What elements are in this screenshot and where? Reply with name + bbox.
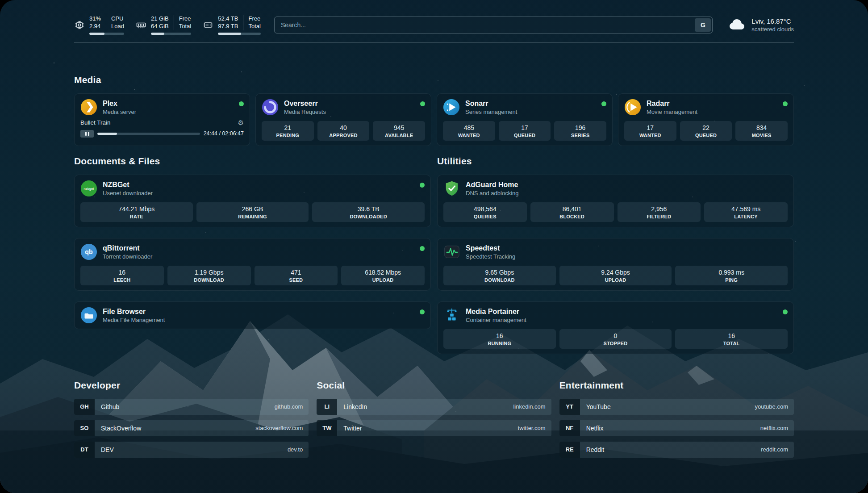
bookmark-name: Reddit (580, 446, 604, 453)
header-divider (74, 42, 794, 42)
now-playing-title: Bullet Train (80, 119, 111, 126)
bookmark-abbr: LI (317, 399, 337, 415)
pause-button[interactable] (80, 130, 94, 138)
bookmark-name: Github (95, 403, 119, 410)
app-card-adguard[interactable]: AdGuard Home DNS and adblocking 498,564 … (437, 175, 794, 227)
stat-latency: 47.569 ms LATENCY (704, 202, 788, 222)
status-dot (420, 183, 425, 188)
app-desc: Media File Management (103, 317, 165, 323)
bookmark-group-developer: Developer GH Github github.com SO StackO… (74, 380, 309, 458)
stat-downloaded: 39.6 TB DOWNLOADED (312, 202, 425, 222)
cpu-progress-bar (89, 33, 124, 35)
gear-icon[interactable]: ⚙ (238, 119, 244, 126)
app-card-qbittorrent[interactable]: qb qBittorrent Torrent downloader (74, 238, 431, 291)
bookmark-url: youtube.com (755, 403, 794, 410)
plex-icon (80, 99, 97, 116)
qbittorrent-icon: qb (80, 243, 97, 260)
stat-running: 16 RUNNING (443, 329, 556, 349)
app-card-sonarr[interactable]: Sonarr Series management 485 WANTED 17 Q… (437, 93, 613, 146)
disk-label-2: Total (243, 23, 260, 30)
section-title-social: Social (317, 380, 551, 391)
memory-label-1: Free (174, 15, 191, 23)
bookmark-abbr: NF (559, 420, 580, 436)
bookmark-group-entertainment: Entertainment YT YouTube youtube.com NF … (559, 380, 794, 458)
radarr-icon (624, 99, 641, 116)
app-name: Sonarr (465, 99, 517, 108)
search-input[interactable] (274, 17, 713, 33)
app-desc: Movie management (647, 109, 697, 115)
app-card-speedtest[interactable]: Speedtest Speedtest Tracking 9.65 Gbps D… (437, 238, 794, 291)
portainer-icon (443, 307, 460, 324)
app-card-portainer[interactable]: Media Portainer Container management 16 … (437, 301, 794, 354)
bookmark-twitter[interactable]: TW Twitter twitter.com (317, 420, 551, 436)
stat-wanted: 17 WANTED (624, 121, 676, 141)
disk-icon (203, 20, 213, 30)
bookmark-youtube[interactable]: YT YouTube youtube.com (559, 399, 794, 415)
memory-label-2: Total (174, 23, 191, 30)
stat-ping: 0.993 ms PING (675, 266, 788, 285)
app-desc: Series management (465, 109, 517, 115)
app-card-overseerr[interactable]: Overseerr Media Requests 21 PENDING 40 A… (255, 93, 431, 146)
bookmark-stackoverflow[interactable]: SO StackOverflow stackoverflow.com (74, 420, 309, 436)
section-title-utilities: Utilities (437, 156, 794, 167)
app-desc: Usenet downloader (103, 190, 153, 196)
bookmark-reddit[interactable]: RE Reddit reddit.com (559, 442, 794, 458)
overseerr-icon (262, 99, 279, 116)
memory-total-value: 64 GiB (151, 23, 174, 30)
cpu-icon (74, 20, 85, 30)
stat-download: 9.65 Gbps DOWNLOAD (443, 266, 556, 285)
bookmark-url: dev.to (288, 446, 309, 453)
disk-widget: 52.4 TB Free 97.9 TB Total (203, 15, 261, 35)
cpu-percent: 31% (89, 15, 106, 23)
status-dot (783, 101, 788, 106)
app-card-radarr[interactable]: Radarr Movie management 17 WANTED 22 QUE… (618, 93, 794, 146)
stat-remaining: 266 GB REMAINING (196, 202, 309, 222)
section-title-media: Media (74, 75, 794, 85)
nzbget-icon: nzbget (80, 180, 97, 197)
bookmark-url: stackoverflow.com (255, 425, 309, 431)
bookmark-url: twitter.com (518, 425, 551, 431)
disk-progress-bar (218, 33, 261, 35)
app-name: qBittorrent (103, 244, 152, 252)
bookmark-abbr: GH (74, 399, 95, 415)
app-name: Media Portainer (466, 307, 526, 316)
section-title-entertainment: Entertainment (559, 380, 794, 391)
bookmark-url: github.com (275, 403, 309, 410)
top-bar: 31% CPU 2.94 Load (74, 15, 794, 35)
bookmark-netflix[interactable]: NF Netflix netflix.com (559, 420, 794, 436)
search-provider-button[interactable]: G (695, 18, 711, 32)
stat-upload: 9.24 Gbps UPLOAD (559, 266, 672, 285)
app-name: Speedtest (466, 244, 515, 252)
bookmark-url: reddit.com (761, 446, 794, 453)
bookmark-abbr: RE (559, 442, 580, 458)
bookmark-github[interactable]: GH Github github.com (74, 399, 309, 415)
weather-location: Lviv, 16.87°C (751, 17, 794, 25)
bookmark-abbr: YT (559, 399, 580, 415)
stat-filtered: 2,956 FILTERED (618, 202, 701, 222)
stat-stopped: 0 STOPPED (559, 329, 672, 349)
stat-series: 196 SERIES (554, 121, 606, 141)
status-dot (239, 101, 244, 106)
app-desc: Speedtest Tracking (466, 253, 515, 260)
bookmark-abbr: SO (74, 420, 95, 436)
memory-widget: 21 GiB Free 64 GiB Total (136, 15, 191, 35)
app-card-plex[interactable]: Plex Media server Bullet Train ⚙ (74, 93, 250, 146)
bookmark-dev[interactable]: DT DEV dev.to (74, 442, 309, 458)
filebrowser-icon (80, 307, 97, 324)
bookmark-name: YouTube (580, 403, 611, 410)
stat-queued: 22 QUEUED (680, 121, 732, 141)
bookmark-name: DEV (95, 446, 114, 453)
stat-queued: 17 QUEUED (499, 121, 551, 141)
stat-rate: 744.21 Mbps RATE (80, 202, 193, 222)
app-card-filebrowser[interactable]: File Browser Media File Management (74, 301, 431, 329)
bookmark-name: Netflix (580, 425, 604, 432)
app-desc: Media server (103, 109, 136, 115)
app-name: Plex (103, 99, 136, 108)
weather-widget: Lviv, 16.87°C scattered clouds (729, 17, 794, 33)
stat-wanted: 485 WANTED (443, 121, 495, 141)
stat-download: 1.19 Gbps DOWNLOAD (167, 266, 251, 285)
app-card-nzbget[interactable]: nzbget NZBGet Usenet downloader 74 (74, 175, 431, 227)
bookmark-linkedin[interactable]: LI LinkedIn linkedin.com (317, 399, 551, 415)
stat-available: 945 AVAILABLE (373, 121, 425, 141)
status-dot (420, 101, 425, 106)
